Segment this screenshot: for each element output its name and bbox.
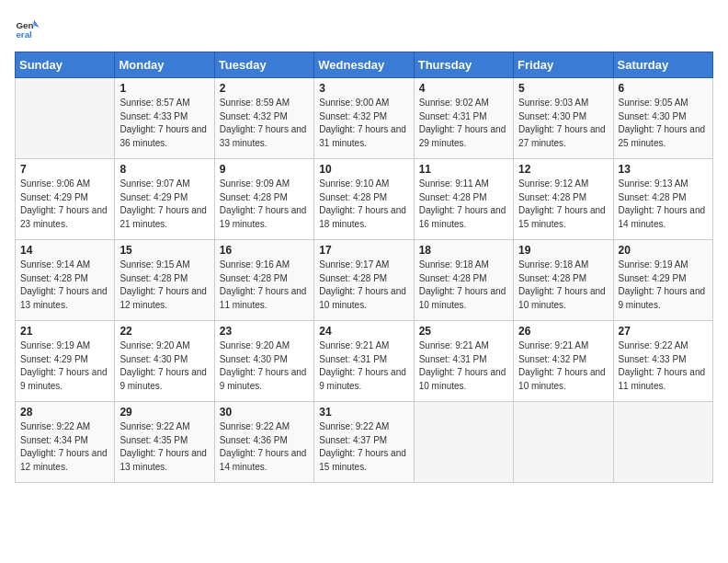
- calendar-cell: 3Sunrise: 9:00 AMSunset: 4:32 PMDaylight…: [314, 78, 414, 159]
- calendar-cell: 4Sunrise: 9:02 AMSunset: 4:31 PMDaylight…: [414, 78, 513, 159]
- day-info: Sunrise: 9:19 AMSunset: 4:29 PMDaylight:…: [619, 259, 708, 312]
- day-number: 9: [220, 163, 309, 176]
- day-number: 19: [518, 244, 608, 257]
- day-number: 3: [319, 82, 408, 95]
- day-number: 22: [119, 325, 209, 338]
- day-number: 30: [220, 406, 309, 419]
- day-number: 21: [20, 325, 109, 338]
- calendar-cell: 27Sunrise: 9:22 AMSunset: 4:33 PMDayligh…: [613, 321, 712, 402]
- day-number: 24: [319, 325, 408, 338]
- day-info: Sunrise: 9:22 AMSunset: 4:37 PMDaylight:…: [319, 420, 408, 474]
- calendar-cell: 1Sunrise: 8:57 AMSunset: 4:33 PMDaylight…: [115, 78, 214, 159]
- day-info: Sunrise: 9:22 AMSunset: 4:34 PMDaylight:…: [20, 420, 109, 474]
- day-info: Sunrise: 9:05 AMSunset: 4:30 PMDaylight:…: [619, 97, 708, 150]
- calendar-cell: 16Sunrise: 9:16 AMSunset: 4:28 PMDayligh…: [214, 240, 313, 321]
- day-header-sunday: Sunday: [16, 52, 115, 78]
- day-info: Sunrise: 9:11 AMSunset: 4:28 PMDaylight:…: [419, 178, 508, 231]
- calendar-cell: 31Sunrise: 9:22 AMSunset: 4:37 PMDayligh…: [314, 402, 414, 483]
- day-info: Sunrise: 9:15 AMSunset: 4:28 PMDaylight:…: [119, 259, 209, 312]
- day-info: Sunrise: 8:59 AMSunset: 4:32 PMDaylight:…: [220, 97, 309, 150]
- day-header-friday: Friday: [514, 52, 613, 78]
- day-info: Sunrise: 9:10 AMSunset: 4:28 PMDaylight:…: [319, 178, 408, 231]
- day-info: Sunrise: 9:07 AMSunset: 4:29 PMDaylight:…: [119, 178, 209, 231]
- calendar-cell: 19Sunrise: 9:18 AMSunset: 4:28 PMDayligh…: [514, 240, 613, 321]
- calendar-cell: [514, 402, 613, 483]
- day-number: 10: [319, 163, 408, 176]
- calendar-cell: 6Sunrise: 9:05 AMSunset: 4:30 PMDaylight…: [613, 78, 712, 159]
- day-info: Sunrise: 8:57 AMSunset: 4:33 PMDaylight:…: [119, 97, 209, 150]
- day-info: Sunrise: 9:09 AMSunset: 4:28 PMDaylight:…: [220, 178, 309, 231]
- calendar-cell: 13Sunrise: 9:13 AMSunset: 4:28 PMDayligh…: [613, 159, 712, 240]
- day-info: Sunrise: 9:20 AMSunset: 4:30 PMDaylight:…: [119, 339, 209, 393]
- day-info: Sunrise: 9:18 AMSunset: 4:28 PMDaylight:…: [518, 259, 608, 312]
- day-number: 7: [20, 163, 109, 176]
- svg-text:eral: eral: [16, 29, 32, 40]
- day-number: 16: [220, 244, 309, 257]
- day-header-thursday: Thursday: [414, 52, 513, 78]
- calendar-week-1: 1Sunrise: 8:57 AMSunset: 4:33 PMDaylight…: [16, 78, 713, 159]
- day-info: Sunrise: 9:20 AMSunset: 4:30 PMDaylight:…: [220, 339, 309, 393]
- day-number: 8: [119, 163, 209, 176]
- day-info: Sunrise: 9:21 AMSunset: 4:31 PMDaylight:…: [319, 339, 408, 393]
- day-info: Sunrise: 9:02 AMSunset: 4:31 PMDaylight:…: [419, 97, 508, 150]
- calendar-cell: [16, 78, 115, 159]
- day-info: Sunrise: 9:12 AMSunset: 4:28 PMDaylight:…: [518, 178, 608, 231]
- day-number: 17: [319, 244, 408, 257]
- day-info: Sunrise: 9:22 AMSunset: 4:35 PMDaylight:…: [119, 420, 209, 474]
- day-info: Sunrise: 9:06 AMSunset: 4:29 PMDaylight:…: [20, 178, 109, 231]
- day-info: Sunrise: 9:21 AMSunset: 4:31 PMDaylight:…: [419, 339, 508, 393]
- day-number: 25: [419, 325, 508, 338]
- day-number: 5: [518, 82, 608, 95]
- day-info: Sunrise: 9:13 AMSunset: 4:28 PMDaylight:…: [619, 178, 708, 231]
- day-number: 11: [419, 163, 508, 176]
- day-info: Sunrise: 9:17 AMSunset: 4:28 PMDaylight:…: [319, 259, 408, 312]
- day-info: Sunrise: 9:19 AMSunset: 4:29 PMDaylight:…: [20, 339, 109, 393]
- day-header-saturday: Saturday: [613, 52, 712, 78]
- day-number: 29: [119, 406, 209, 419]
- header-row: SundayMondayTuesdayWednesdayThursdayFrid…: [16, 52, 713, 78]
- calendar-table: SundayMondayTuesdayWednesdayThursdayFrid…: [15, 52, 713, 483]
- calendar-week-4: 21Sunrise: 9:19 AMSunset: 4:29 PMDayligh…: [16, 321, 713, 402]
- calendar-cell: 10Sunrise: 9:10 AMSunset: 4:28 PMDayligh…: [314, 159, 414, 240]
- calendar-cell: 21Sunrise: 9:19 AMSunset: 4:29 PMDayligh…: [16, 321, 115, 402]
- calendar-cell: 14Sunrise: 9:14 AMSunset: 4:28 PMDayligh…: [16, 240, 115, 321]
- calendar-cell: 11Sunrise: 9:11 AMSunset: 4:28 PMDayligh…: [414, 159, 513, 240]
- day-number: 23: [220, 325, 309, 338]
- calendar-cell: 8Sunrise: 9:07 AMSunset: 4:29 PMDaylight…: [115, 159, 214, 240]
- calendar-cell: [613, 402, 712, 483]
- calendar-cell: 23Sunrise: 9:20 AMSunset: 4:30 PMDayligh…: [214, 321, 313, 402]
- calendar-cell: [414, 402, 513, 483]
- day-number: 14: [20, 244, 109, 257]
- day-header-wednesday: Wednesday: [314, 52, 414, 78]
- day-number: 20: [619, 244, 708, 257]
- day-number: 12: [518, 163, 608, 176]
- calendar-cell: 30Sunrise: 9:22 AMSunset: 4:36 PMDayligh…: [214, 402, 313, 483]
- day-info: Sunrise: 9:16 AMSunset: 4:28 PMDaylight:…: [220, 259, 309, 312]
- day-number: 28: [20, 406, 109, 419]
- calendar-cell: 15Sunrise: 9:15 AMSunset: 4:28 PMDayligh…: [115, 240, 214, 321]
- calendar-cell: 7Sunrise: 9:06 AMSunset: 4:29 PMDaylight…: [16, 159, 115, 240]
- calendar-week-2: 7Sunrise: 9:06 AMSunset: 4:29 PMDaylight…: [16, 159, 713, 240]
- day-info: Sunrise: 9:21 AMSunset: 4:32 PMDaylight:…: [518, 339, 608, 393]
- day-number: 27: [619, 325, 708, 338]
- day-info: Sunrise: 9:14 AMSunset: 4:28 PMDaylight:…: [20, 259, 109, 312]
- calendar-cell: 17Sunrise: 9:17 AMSunset: 4:28 PMDayligh…: [314, 240, 414, 321]
- logo: Gen eral: [15, 15, 44, 40]
- calendar-cell: 28Sunrise: 9:22 AMSunset: 4:34 PMDayligh…: [16, 402, 115, 483]
- day-number: 2: [220, 82, 309, 95]
- calendar-cell: 9Sunrise: 9:09 AMSunset: 4:28 PMDaylight…: [214, 159, 313, 240]
- calendar-cell: 24Sunrise: 9:21 AMSunset: 4:31 PMDayligh…: [314, 321, 414, 402]
- calendar-week-5: 28Sunrise: 9:22 AMSunset: 4:34 PMDayligh…: [16, 402, 713, 483]
- day-info: Sunrise: 9:03 AMSunset: 4:30 PMDaylight:…: [518, 97, 608, 150]
- day-number: 18: [419, 244, 508, 257]
- day-number: 4: [419, 82, 508, 95]
- calendar-week-3: 14Sunrise: 9:14 AMSunset: 4:28 PMDayligh…: [16, 240, 713, 321]
- day-number: 1: [119, 82, 209, 95]
- calendar-cell: 5Sunrise: 9:03 AMSunset: 4:30 PMDaylight…: [514, 78, 613, 159]
- day-info: Sunrise: 9:22 AMSunset: 4:36 PMDaylight:…: [220, 420, 309, 474]
- day-number: 15: [119, 244, 209, 257]
- day-number: 6: [619, 82, 708, 95]
- day-info: Sunrise: 9:00 AMSunset: 4:32 PMDaylight:…: [319, 97, 408, 150]
- day-number: 31: [319, 406, 408, 419]
- day-header-tuesday: Tuesday: [214, 52, 313, 78]
